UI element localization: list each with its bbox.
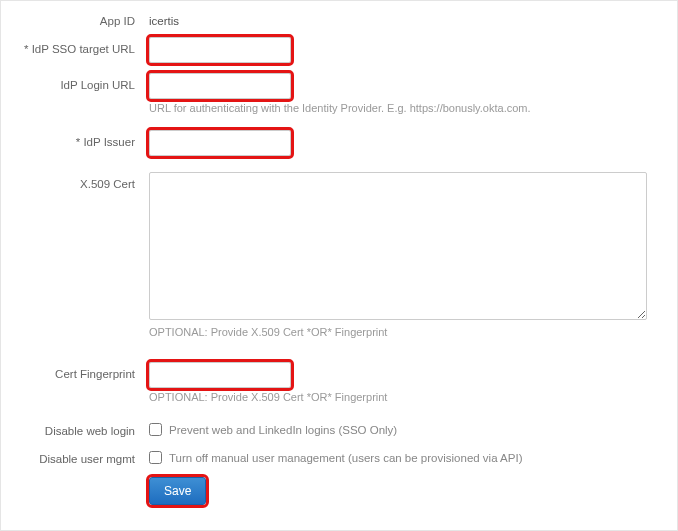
save-button[interactable]: Save	[149, 477, 206, 505]
fingerprint-label: Cert Fingerprint	[19, 362, 149, 380]
app-id-label: App ID	[19, 9, 149, 27]
login-url-help: URL for authenticating with the Identity…	[149, 102, 659, 114]
issuer-input[interactable]	[149, 130, 291, 156]
disable-mgmt-checkbox-label: Turn off manual user management (users c…	[169, 452, 523, 464]
disable-mgmt-checkbox[interactable]	[149, 451, 162, 464]
disable-mgmt-label: Disable user mgmt	[19, 447, 149, 465]
x509-label: X.509 Cert	[19, 172, 149, 190]
fingerprint-input[interactable]	[149, 362, 291, 388]
fingerprint-help: OPTIONAL: Provide X.509 Cert *OR* Finger…	[149, 391, 659, 403]
x509-help: OPTIONAL: Provide X.509 Cert *OR* Finger…	[149, 326, 659, 338]
app-id-value: icertis	[149, 9, 659, 27]
sso-target-label: * IdP SSO target URL	[19, 37, 149, 55]
login-url-input[interactable]	[149, 73, 291, 99]
disable-web-checkbox-label: Prevent web and LinkedIn logins (SSO Onl…	[169, 424, 397, 436]
sso-target-input[interactable]	[149, 37, 291, 63]
issuer-label: * IdP Issuer	[19, 130, 149, 148]
x509-input[interactable]	[149, 172, 647, 320]
disable-web-label: Disable web login	[19, 419, 149, 437]
disable-web-checkbox[interactable]	[149, 423, 162, 436]
login-url-label: IdP Login URL	[19, 73, 149, 91]
